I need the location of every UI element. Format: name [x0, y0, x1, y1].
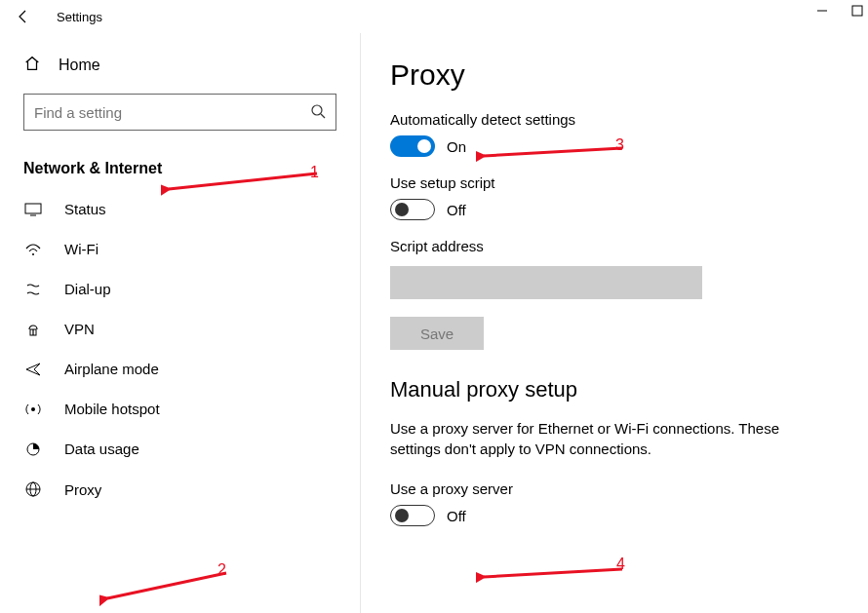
sidebar-item-label: Airplane mode — [64, 361, 159, 377]
setup-script-toggle[interactable] — [390, 199, 435, 220]
svg-rect-1 — [852, 6, 862, 16]
svg-line-3 — [321, 114, 325, 118]
sidebar: Home Network & Internet Status Wi-Fi Dia… — [0, 33, 361, 613]
back-arrow-icon[interactable] — [8, 9, 39, 24]
nav-list: Status Wi-Fi Dial-up VPN Airplane mode M… — [0, 189, 360, 510]
svg-rect-4 — [25, 204, 41, 213]
auto-detect-state: On — [447, 138, 466, 155]
sidebar-item-status[interactable]: Status — [0, 189, 360, 229]
save-button: Save — [390, 317, 484, 350]
proxy-icon — [23, 480, 43, 498]
main-content: Proxy Automatically detect settings On U… — [361, 33, 868, 613]
annotation-number-3: 3 — [615, 136, 624, 154]
category-heading: Network & Internet — [0, 154, 360, 185]
wifi-icon — [23, 243, 43, 256]
script-address-input — [390, 266, 702, 299]
home-icon — [23, 55, 41, 76]
sidebar-item-label: Mobile hotspot — [64, 401, 160, 417]
home-label: Home — [59, 57, 100, 74]
sidebar-item-vpn[interactable]: VPN — [0, 309, 360, 349]
sidebar-item-label: Status — [64, 201, 106, 217]
page-title: Proxy — [390, 58, 829, 92]
search-box[interactable] — [23, 94, 336, 131]
vpn-icon — [23, 323, 43, 336]
maximize-button[interactable] — [850, 4, 864, 18]
sidebar-item-label: Proxy — [64, 481, 101, 498]
dialup-icon — [23, 283, 43, 296]
airplane-icon — [23, 362, 43, 377]
search-input[interactable] — [34, 104, 310, 121]
annotation-number-1: 1 — [310, 164, 319, 181]
svg-point-2 — [312, 105, 322, 115]
annotation-number-2: 2 — [217, 561, 226, 579]
script-address-label: Script address — [390, 238, 829, 254]
svg-point-6 — [32, 253, 34, 255]
sidebar-item-wifi[interactable]: Wi-Fi — [0, 229, 360, 269]
auto-detect-toggle[interactable] — [390, 135, 435, 157]
sidebar-item-label: VPN — [64, 321, 95, 337]
setup-script-state: Off — [447, 202, 466, 218]
manual-proxy-heading: Manual proxy setup — [390, 377, 829, 402]
hotspot-icon — [23, 402, 43, 417]
window-controls — [815, 4, 864, 18]
annotation-number-4: 4 — [616, 556, 625, 573]
setup-script-label: Use setup script — [390, 174, 829, 191]
sidebar-item-label: Dial-up — [64, 281, 111, 297]
monitor-icon — [23, 203, 43, 216]
sidebar-item-hotspot[interactable]: Mobile hotspot — [0, 389, 360, 429]
sidebar-item-label: Wi-Fi — [64, 241, 99, 257]
svg-point-8 — [31, 407, 35, 411]
sidebar-item-label: Data usage — [64, 441, 139, 457]
home-link[interactable]: Home — [0, 45, 360, 94]
use-proxy-toggle[interactable] — [390, 505, 435, 526]
use-proxy-label: Use a proxy server — [390, 480, 829, 497]
sidebar-item-datausage[interactable]: Data usage — [0, 429, 360, 469]
sidebar-item-airplane[interactable]: Airplane mode — [0, 349, 360, 389]
titlebar: Settings — [0, 0, 868, 33]
window-title: Settings — [57, 10, 102, 24]
manual-proxy-description: Use a proxy server for Ethernet or Wi-Fi… — [390, 418, 819, 459]
minimize-button[interactable] — [815, 4, 829, 18]
search-icon — [310, 103, 326, 122]
sidebar-item-proxy[interactable]: Proxy — [0, 469, 360, 510]
use-proxy-state: Off — [447, 508, 466, 524]
sidebar-item-dialup[interactable]: Dial-up — [0, 269, 360, 309]
auto-detect-label: Automatically detect settings — [390, 111, 829, 128]
datausage-icon — [23, 441, 43, 457]
